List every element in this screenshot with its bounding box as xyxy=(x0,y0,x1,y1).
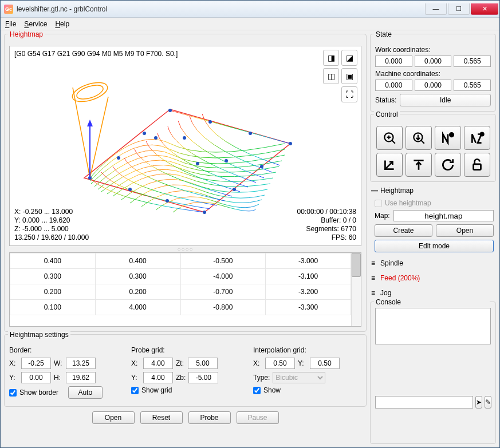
mach-coord-label: Machine coordinates: xyxy=(375,70,491,78)
titlebar: Gc levelshifter.gtl.nc - grblControl — ☐… xyxy=(1,1,499,18)
visualizer[interactable]: [G0 G54 G17 G21 G90 G94 M0 M5 M9 T0 F700… xyxy=(9,46,361,246)
console-input[interactable] xyxy=(375,396,473,409)
heightmap-settings-group: Heightmap settings Border: X:W: Y:H: Sho… xyxy=(4,334,367,407)
svg-point-5 xyxy=(117,156,120,160)
spindle-section-toggle[interactable]: ≡Spindle xyxy=(370,257,496,269)
interp-type-select[interactable]: Bicubic xyxy=(273,372,325,383)
interp-x-input[interactable] xyxy=(265,358,295,369)
work-coord-label: Work coordinates: xyxy=(375,46,491,54)
probe-zb-input[interactable] xyxy=(188,372,218,383)
auto-button[interactable]: Auto xyxy=(68,386,103,399)
open-button[interactable]: Open xyxy=(92,411,135,424)
gcode-state: [G0 G54 G17 G21 G90 G94 M0 M5 M9 T0 F700… xyxy=(14,50,178,58)
border-y-input[interactable] xyxy=(21,372,51,383)
goto-origin-button[interactable] xyxy=(376,153,403,177)
control-group: Control xyxy=(370,114,496,182)
home-button[interactable] xyxy=(376,126,403,150)
interp-y-input[interactable] xyxy=(310,358,340,369)
svg-point-8 xyxy=(233,188,236,191)
drag-handle-icon[interactable]: ○○○○ xyxy=(9,246,361,252)
viz-stats-right: 00:00:00 / 00:10:38Buffer: 0 / 0Segments… xyxy=(297,208,356,242)
svg-point-15 xyxy=(249,132,252,135)
scrollbar[interactable] xyxy=(351,253,361,326)
mach-y: 0.000 xyxy=(415,80,452,91)
reset-button[interactable]: Reset xyxy=(140,411,183,424)
send-icon[interactable]: ➤ xyxy=(475,396,482,409)
clear-icon[interactable]: ✎ xyxy=(485,396,491,409)
status-value: Idle xyxy=(400,94,491,106)
open-map-button[interactable]: Open xyxy=(436,224,494,237)
show-border-checkbox[interactable] xyxy=(9,389,17,397)
svg-point-22 xyxy=(480,133,483,136)
console-group: Console ➤ ✎ xyxy=(370,302,496,444)
zero-xy-button[interactable] xyxy=(435,126,461,150)
svg-point-10 xyxy=(183,136,186,140)
close-button[interactable]: ✕ xyxy=(471,3,498,15)
svg-point-21 xyxy=(450,133,454,137)
menu-service[interactable]: Service xyxy=(24,20,47,28)
view-iso2-icon[interactable]: ◪ xyxy=(341,50,357,66)
border-label: Border: xyxy=(9,346,117,354)
border-x-input[interactable] xyxy=(21,358,51,369)
create-map-button[interactable]: Create xyxy=(375,224,432,237)
menubar: File Service Help xyxy=(1,18,499,30)
probe-y-input[interactable] xyxy=(143,372,173,383)
app-icon: Gc xyxy=(4,5,13,14)
probe-button[interactable]: Probe xyxy=(188,411,231,424)
mach-z: 0.565 xyxy=(454,80,491,91)
probe-zt-input[interactable] xyxy=(188,358,218,369)
heightmap-table[interactable]: 0.4000.400-0.500-3.000 0.3000.300-4.000-… xyxy=(9,252,361,327)
border-h-input[interactable] xyxy=(66,372,96,383)
work-z: 0.565 xyxy=(454,55,491,67)
show-grid-checkbox[interactable] xyxy=(131,387,139,394)
svg-point-4 xyxy=(203,211,206,214)
mach-x: 0.000 xyxy=(375,80,412,91)
heightmap-section-toggle[interactable]: —Heightmap xyxy=(370,184,496,197)
map-file-input[interactable] xyxy=(393,210,494,221)
window-title: levelshifter.gtl.nc - grblControl xyxy=(17,5,425,13)
edit-mode-button[interactable]: Edit mode xyxy=(375,240,494,252)
menu-file[interactable]: File xyxy=(5,20,16,28)
interp-grid-label: Interpolation grid: xyxy=(253,346,361,354)
feed-section-toggle[interactable]: ≡Feed (200%) xyxy=(370,272,496,284)
svg-point-12 xyxy=(260,165,263,168)
probe-x-input[interactable] xyxy=(143,358,173,369)
probe-z-button[interactable] xyxy=(405,126,432,150)
svg-point-17 xyxy=(70,79,110,105)
heightmap-legend: Heightmap xyxy=(8,30,45,38)
state-group: State Work coordinates: 0.000 0.000 0.56… xyxy=(370,34,496,112)
svg-point-16 xyxy=(289,142,292,145)
svg-point-14 xyxy=(208,120,212,124)
maximize-button[interactable]: ☐ xyxy=(448,3,470,15)
view-top-icon[interactable]: ◫ xyxy=(323,68,339,84)
heightmap-mesh xyxy=(56,69,302,224)
svg-point-3 xyxy=(166,199,169,203)
zero-z-button[interactable] xyxy=(464,126,490,150)
table-row: 0.3000.300-4.000-3.100 xyxy=(10,269,351,284)
svg-point-13 xyxy=(168,109,172,112)
main-window: Gc levelshifter.gtl.nc - grblControl — ☐… xyxy=(0,0,500,448)
table-row: 0.4000.400-0.500-3.000 xyxy=(10,253,351,269)
reset-grbl-button[interactable] xyxy=(435,153,461,177)
unlock-button[interactable] xyxy=(464,153,490,177)
console-output[interactable] xyxy=(375,308,491,344)
heightmap-group: Heightmap [G0 G54 G17 G21 G90 G94 M0 M5 … xyxy=(4,34,367,332)
view-front-icon[interactable]: ▣ xyxy=(341,68,357,84)
view-iso1-icon[interactable]: ◨ xyxy=(323,50,339,66)
main-buttons: Open Reset Probe Pause xyxy=(4,409,367,425)
svg-point-11 xyxy=(225,159,228,162)
use-heightmap-checkbox[interactable] xyxy=(375,200,382,207)
minimize-button[interactable]: — xyxy=(425,3,447,15)
svg-point-2 xyxy=(128,188,132,191)
svg-rect-23 xyxy=(473,164,481,170)
border-w-input[interactable] xyxy=(66,358,96,369)
pause-button[interactable]: Pause xyxy=(237,411,279,424)
svg-point-7 xyxy=(196,162,199,165)
safe-z-button[interactable] xyxy=(405,153,432,177)
show-interp-checkbox[interactable] xyxy=(253,387,261,394)
hm-settings-legend: Heightmap settings xyxy=(8,331,70,339)
fit-icon[interactable]: ⛶ xyxy=(341,86,357,102)
jog-section-toggle[interactable]: ≡Jog xyxy=(370,287,496,299)
svg-point-18 xyxy=(75,82,105,102)
menu-help[interactable]: Help xyxy=(55,20,69,28)
